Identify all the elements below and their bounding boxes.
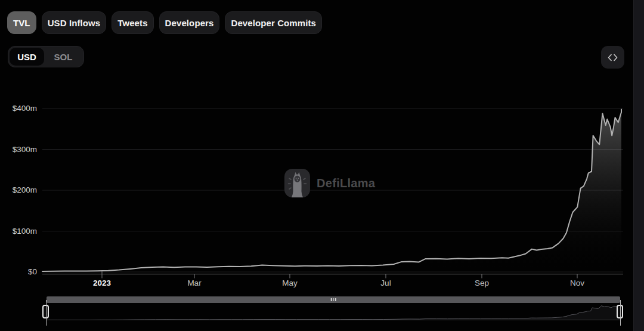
drag-handle-icon xyxy=(331,298,336,301)
brush-scrollbar[interactable] xyxy=(47,296,620,303)
brush-handle-right[interactable] xyxy=(617,305,623,318)
brush-minimap[interactable] xyxy=(47,303,620,320)
time-range-brush xyxy=(0,295,644,326)
y-tick-300m: $300m xyxy=(0,145,37,154)
x-tick-nov: Nov xyxy=(570,279,584,287)
brush-handle-left[interactable] xyxy=(42,305,49,318)
watermark-text: DefiLlama xyxy=(317,177,375,190)
y-tick-200m: $200m xyxy=(0,185,37,194)
y-tick-0: $0 xyxy=(0,267,37,276)
defillama-logo-icon xyxy=(284,169,310,197)
x-tick-mar: Mar xyxy=(187,279,201,287)
right-edge-panel xyxy=(633,0,644,331)
watermark: DefiLlama xyxy=(284,169,375,197)
x-tick-jul: Jul xyxy=(380,279,391,287)
x-tick-sep: Sep xyxy=(475,279,489,287)
defillama-tvl-panel: TVL USD Inflows Tweets Developers Develo… xyxy=(0,0,644,331)
y-tick-100m: $100m xyxy=(0,227,37,236)
x-tick-may: May xyxy=(282,279,298,287)
y-tick-400m: $400m xyxy=(0,104,37,113)
brush-handle-wick xyxy=(46,300,47,326)
x-tick-2023: 2023 xyxy=(93,279,111,287)
brush-handle-wick xyxy=(620,300,621,326)
